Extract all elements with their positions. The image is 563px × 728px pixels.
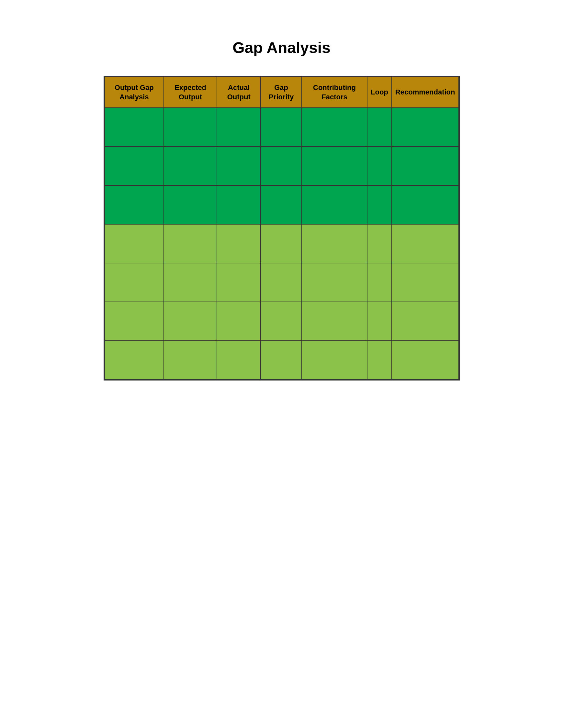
cell [392,108,459,147]
cell [105,263,164,302]
cell [367,263,392,302]
cell [302,302,367,341]
col-header-contributing-factors: Contributing Factors [302,77,367,108]
table-row [105,147,459,185]
cell [260,224,302,263]
col-header-gap-priority: Gap Priority [260,77,302,108]
cell [302,147,367,185]
cell [302,224,367,263]
cell [260,263,302,302]
cell [367,224,392,263]
cell [392,147,459,185]
cell [392,302,459,341]
cell [302,108,367,147]
cell [217,341,260,380]
cell [367,341,392,380]
cell [105,341,164,380]
cell [105,147,164,185]
cell [367,147,392,185]
cell [367,185,392,224]
cell [392,341,459,380]
cell [164,224,217,263]
cell [217,147,260,185]
table-row [105,108,459,147]
table-row [105,302,459,341]
cell [302,341,367,380]
cell [105,108,164,147]
page-title: Gap Analysis [232,39,330,57]
cell [392,224,459,263]
cell [217,263,260,302]
cell [367,302,392,341]
table-row [105,263,459,302]
col-header-actual-output: Actual Output [217,77,260,108]
cell [217,302,260,341]
cell [217,224,260,263]
table-row [105,185,459,224]
cell [260,302,302,341]
cell [105,224,164,263]
cell [164,185,217,224]
cell [367,108,392,147]
cell [164,302,217,341]
cell [105,185,164,224]
cell [302,185,367,224]
col-header-loop: Loop [367,77,392,108]
table-row [105,224,459,263]
col-header-output-gap-analysis: Output Gap Analysis [105,77,164,108]
cell [260,185,302,224]
cell [302,263,367,302]
col-header-recommendation: Recommendation [392,77,459,108]
col-header-expected-output: Expected Output [164,77,217,108]
cell [105,302,164,341]
cell [392,185,459,224]
cell [164,147,217,185]
cell [217,108,260,147]
cell [217,185,260,224]
cell [164,341,217,380]
gap-analysis-table: Output Gap Analysis Expected Output Actu… [104,76,460,381]
cell [392,263,459,302]
table-header-row: Output Gap Analysis Expected Output Actu… [105,77,459,108]
cell [164,263,217,302]
cell [260,147,302,185]
cell [260,108,302,147]
cell [260,341,302,380]
table-row [105,341,459,380]
cell [164,108,217,147]
